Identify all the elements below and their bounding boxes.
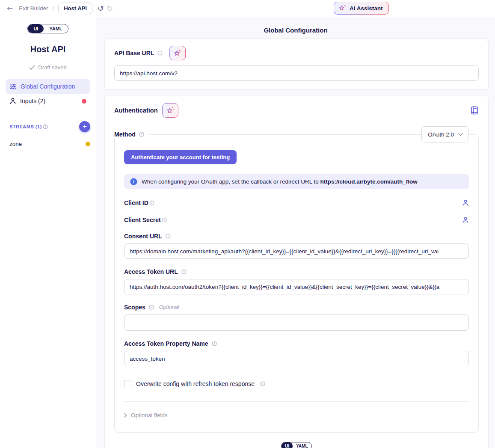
info-icon[interactable] — [166, 234, 171, 239]
ai-assistant-label: AI Assistant — [350, 5, 383, 12]
scopes-field: Scopes Optional — [124, 304, 469, 331]
page-title: Global Configuration — [96, 27, 495, 34]
authenticate-button[interactable]: Authenticate your account for testing — [124, 150, 237, 164]
client-secret-row: Client Secret — [124, 217, 469, 223]
chevron-right-icon — [124, 413, 127, 418]
overwrite-config-checkbox[interactable] — [124, 380, 131, 387]
info-icon[interactable] — [181, 269, 187, 274]
method-divider-line — [148, 134, 421, 135]
info-icon[interactable] — [139, 132, 144, 137]
optional-fields-expander[interactable]: Optional fields — [124, 412, 469, 421]
token-property-field: Access Token Property Name — [124, 340, 469, 366]
client-id-label: Client ID — [124, 199, 148, 206]
info-icon[interactable] — [260, 381, 265, 386]
info-filled-icon — [130, 178, 137, 185]
sidebar-nav: Global Configuration Inputs (2) — [0, 79, 96, 108]
auth-method-row: Method OAuth 2.0 — [114, 126, 479, 142]
user-input-icon[interactable] — [462, 199, 469, 206]
stream-item-zone[interactable]: zone — [0, 138, 96, 150]
scopes-input[interactable] — [124, 314, 469, 331]
breadcrumb-separator: / — [53, 5, 54, 12]
ai-sparkle-icon — [166, 106, 175, 115]
consent-url-label: Consent URL — [124, 233, 162, 240]
ai-sparkle-icon — [173, 48, 182, 58]
divider — [124, 401, 469, 402]
overwrite-config-row: Overwrite config with refresh token resp… — [124, 380, 469, 387]
info-icon[interactable] — [162, 217, 167, 223]
draft-status-label: Draft saved — [38, 64, 66, 71]
ai-suggest-button[interactable] — [162, 103, 178, 118]
user-input-icon[interactable] — [462, 217, 469, 223]
callback-info-text: When configuring your OAuth app, set the… — [142, 178, 320, 185]
documentation-icon[interactable] — [470, 106, 479, 115]
top-bar: ← Exit Builder / Host API ↺ ↻ AI Assista… — [0, 0, 495, 17]
toggle-yaml-option[interactable]: YAML — [44, 24, 68, 33]
info-icon[interactable] — [212, 341, 217, 346]
ai-suggest-button[interactable] — [169, 46, 186, 60]
consent-url-input[interactable] — [124, 243, 469, 259]
auth-method-value: OAuth 2.0 — [428, 131, 454, 138]
ai-assistant-button[interactable]: AI Assistant — [334, 2, 389, 15]
info-icon[interactable] — [149, 305, 154, 310]
authentication-section-title: Authentication — [114, 107, 158, 114]
main-content: Global Configuration API Base URL Authen… — [96, 17, 495, 448]
authentication-card: Authentication Method — [104, 95, 489, 448]
consent-url-field: Consent URL — [124, 233, 469, 259]
toggle-ui-option[interactable]: UI — [282, 442, 293, 448]
exit-builder-link[interactable]: Exit Builder — [19, 5, 48, 12]
undo-icon[interactable]: ↺ — [98, 4, 104, 13]
oauth-config-group: Authenticate your account for testing Wh… — [114, 134, 479, 433]
project-name-pill[interactable]: Host API — [58, 3, 92, 14]
sidebar-item-inputs[interactable]: Inputs (2) — [6, 94, 90, 108]
scopes-label: Scopes — [124, 304, 145, 311]
ai-sparkle-icon — [338, 4, 347, 12]
stream-name: zone — [9, 141, 22, 147]
sliders-icon — [9, 83, 17, 90]
access-token-url-label: Access Token URL — [124, 268, 178, 275]
info-icon[interactable] — [149, 200, 154, 205]
client-id-row: Client ID — [124, 199, 469, 206]
callback-info-banner: When configuring your OAuth app, set the… — [124, 174, 469, 189]
ui-yaml-toggle[interactable]: UI YAML — [27, 24, 68, 33]
streams-header-label: STREAMS (1) — [9, 124, 42, 129]
api-base-url-label: API Base URL — [114, 50, 154, 56]
user-icon — [9, 98, 16, 104]
chevron-down-icon — [458, 133, 463, 136]
stream-status-dot — [86, 142, 90, 146]
overwrite-config-label: Overwrite config with refresh token resp… — [136, 380, 255, 387]
check-icon — [29, 65, 35, 70]
optional-tag: Optional — [159, 304, 179, 310]
info-icon[interactable] — [157, 50, 163, 56]
toggle-yaml-option[interactable]: YAML — [293, 442, 311, 448]
client-secret-label: Client Secret — [124, 217, 161, 223]
token-property-label: Access Token Property Name — [124, 340, 208, 347]
auth-method-dropdown[interactable]: OAuth 2.0 — [421, 126, 468, 142]
callback-url: https://cloud.airbyte.com/auth_flow — [320, 178, 417, 185]
access-token-url-field: Access Token URL — [124, 268, 469, 294]
streams-header-row: STREAMS (1) + — [0, 121, 96, 132]
redo-icon[interactable]: ↻ — [107, 4, 113, 13]
draft-status: Draft saved — [0, 64, 96, 71]
back-icon[interactable]: ← — [5, 4, 15, 13]
optional-fields-label: Optional fields — [131, 412, 168, 418]
sidebar: UI YAML Host API Draft saved Global Conf… — [0, 17, 96, 448]
section-ui-yaml-toggle[interactable]: UI YAML — [281, 442, 311, 448]
api-base-url-input[interactable] — [114, 65, 479, 81]
sidebar-item-global-configuration[interactable]: Global Configuration — [6, 79, 90, 94]
add-stream-button[interactable]: + — [79, 121, 90, 132]
sidebar-item-label: Global Configuration — [21, 83, 75, 90]
method-label: Method — [114, 131, 136, 138]
token-property-input[interactable] — [124, 351, 469, 366]
sidebar-item-label: Inputs (2) — [20, 98, 45, 104]
toggle-ui-option[interactable]: UI — [28, 24, 44, 33]
connector-title: Host API — [0, 45, 96, 54]
inputs-status-dot — [82, 99, 86, 104]
api-base-url-card: API Base URL — [104, 39, 489, 90]
access-token-url-input[interactable] — [124, 279, 469, 294]
info-icon — [43, 124, 48, 129]
